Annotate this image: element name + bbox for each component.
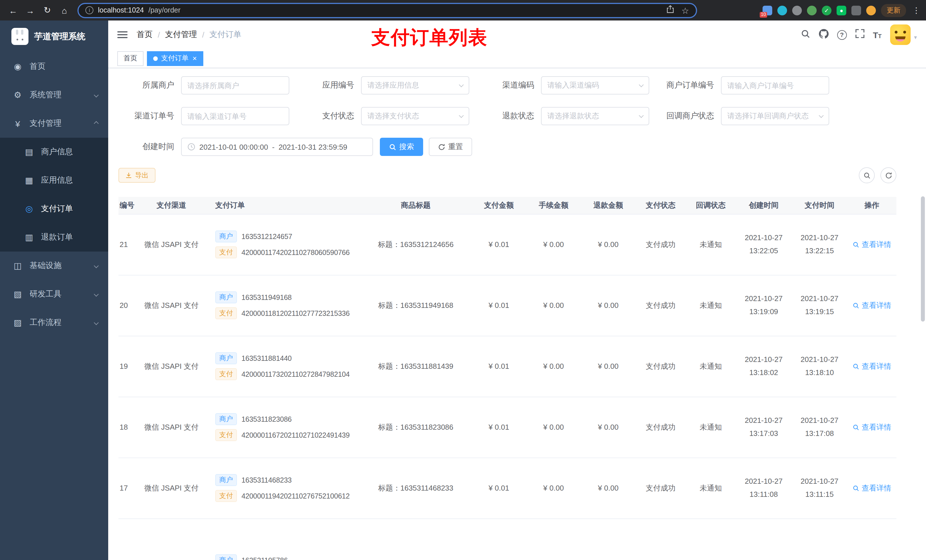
cell-fee: ¥ 0.00 xyxy=(526,214,581,275)
tab-close-icon[interactable]: × xyxy=(192,54,197,62)
forward-button[interactable]: → xyxy=(23,3,38,18)
cell-channel: 微信 JSAPI 支付 xyxy=(138,214,205,275)
sidebar-item-dev-tools[interactable]: ▧ 研发工具 xyxy=(0,280,108,308)
help-icon[interactable]: ? xyxy=(837,30,847,39)
page-scrollbar[interactable] xyxy=(921,196,925,322)
sidebar-item-app-info[interactable]: ▦ 应用信息 xyxy=(0,166,108,195)
cell-id: 20 xyxy=(118,275,138,336)
reset-button[interactable]: 重置 xyxy=(429,138,472,156)
github-icon[interactable] xyxy=(819,29,828,41)
site-info-icon[interactable]: i xyxy=(85,6,94,14)
tools-icon: ▧ xyxy=(11,289,24,299)
channel-order-no-input[interactable] xyxy=(181,107,289,125)
breadcrumb-home[interactable]: 首页 xyxy=(137,30,153,40)
search-icon xyxy=(389,143,396,151)
target-icon: ◎ xyxy=(23,204,35,214)
filter-field-callback-status: 回调商户状态 请选择订单回调商户状态 xyxy=(658,107,829,125)
cell-status: 支付成功 xyxy=(635,397,686,457)
sidebar-item-merchant-info[interactable]: ▤ 商户信息 xyxy=(0,138,108,166)
view-detail-button[interactable]: 查看详情 xyxy=(853,422,891,432)
user-avatar[interactable] xyxy=(890,24,911,45)
search-icon xyxy=(853,241,859,248)
merchant-input[interactable] xyxy=(181,76,289,95)
cell-title: 标题：1635311468233 xyxy=(360,457,472,518)
extension-green-icon[interactable] xyxy=(807,5,817,15)
extension-check-icon[interactable]: ✓ xyxy=(822,5,831,15)
refund-doc-icon: ▥ xyxy=(23,232,35,242)
merchant-order-no-input[interactable] xyxy=(721,76,829,95)
channel-code-select[interactable]: 请输入渠道编码 xyxy=(541,76,649,95)
cell-callback: 未通知 xyxy=(686,397,736,457)
table-row[interactable]: 17 微信 JSAPI 支付 商户 1635311468233 支付 xyxy=(118,457,896,518)
extension-chat-icon[interactable]: ● xyxy=(837,5,846,15)
breadcrumb-pay-manage[interactable]: 支付管理 xyxy=(165,30,197,40)
browser-menu-icon[interactable]: ⋮ xyxy=(912,6,920,15)
reload-button[interactable]: ↻ xyxy=(40,3,54,18)
extension-dark-puzzle-icon[interactable] xyxy=(851,5,861,15)
cell-refund: ¥ 0.00 xyxy=(581,336,635,397)
browser-update-button[interactable]: 更新 xyxy=(881,4,906,17)
cell-paid: 2021-10-2713:11:15 xyxy=(791,457,847,518)
table-row[interactable]: 20 微信 JSAPI 支付 商户 1635311949168 支付 xyxy=(118,275,896,336)
refund-status-select[interactable]: 请选择退款状态 xyxy=(541,107,649,125)
callback-status-select[interactable]: 请选择订单回调商户状态 xyxy=(721,107,829,125)
view-detail-button[interactable]: 查看详情 xyxy=(853,361,891,371)
pay-status-select[interactable]: 请选择支付状态 xyxy=(361,107,469,125)
sidebar-item-pay[interactable]: ¥ 支付管理 xyxy=(0,109,108,138)
extension-gray-icon[interactable] xyxy=(792,5,802,15)
table-row[interactable]: 21 微信 JSAPI 支付 商户 1635312124657 支付 xyxy=(118,214,896,275)
url-bar[interactable]: i localhost:1024 /pay/order ☆ xyxy=(77,3,697,18)
extension-puzzle-icon[interactable]: 10 xyxy=(763,5,772,15)
sidebar-item-refund-order[interactable]: ▥ 退款订单 xyxy=(0,223,108,252)
app-frame: 芋道管理系统 ◉ 首页 ⚙ 系统管理 ¥ 支付管理 xyxy=(0,21,926,560)
filter-field-merchant-order-no: 商户订单编号 xyxy=(658,76,829,95)
table-row[interactable]: 19 微信 JSAPI 支付 商户 1635311881440 支付 xyxy=(118,336,896,397)
logo-image xyxy=(11,28,29,45)
filter-field-channel-order-no: 渠道订单号 xyxy=(118,107,289,125)
tab-pay-order[interactable]: 支付订单 × xyxy=(147,51,203,66)
search-button[interactable]: 搜索 xyxy=(380,138,423,156)
filter-field-channel-code: 渠道编码 请输入渠道编码 xyxy=(478,76,649,95)
search-icon[interactable] xyxy=(800,29,810,41)
cell-id: 19 xyxy=(118,336,138,397)
font-size-icon[interactable]: TT xyxy=(873,30,882,39)
main-area: 支付订单列表 首页 / 支付管理 / 支付订单 ? xyxy=(108,21,926,560)
sidebar-item-system[interactable]: ⚙ 系统管理 xyxy=(0,81,108,109)
extensions-cluster: 10 ✓ ● 更新 ⋮ xyxy=(763,4,920,17)
share-icon[interactable] xyxy=(666,5,674,15)
clock-icon xyxy=(188,143,195,151)
app-no-select[interactable]: 请选择应用信息 xyxy=(361,76,469,95)
cell-status: 支付成功 xyxy=(635,275,686,336)
sidebar-toggle-icon[interactable] xyxy=(117,31,127,38)
view-detail-button[interactable]: 查看详情 xyxy=(853,239,891,249)
page-content: 所属商户 应用编号 请选择应用信息 渠道编码 请输入渠道编码 xyxy=(108,68,926,560)
extension-drop-icon[interactable] xyxy=(777,5,787,15)
extension-face-icon[interactable] xyxy=(866,5,876,15)
sidebar-item-infrastructure[interactable]: ◫ 基础设施 xyxy=(0,252,108,280)
toggle-search-icon[interactable] xyxy=(859,167,875,183)
sidebar-item-pay-order[interactable]: ◎ 支付订单 xyxy=(0,195,108,223)
merchant-tag: 商户 xyxy=(215,231,237,242)
fullscreen-icon[interactable] xyxy=(855,29,864,41)
back-button[interactable]: ← xyxy=(6,3,21,18)
pay-tag: 支付 xyxy=(215,368,237,380)
sidebar-item-home[interactable]: ◉ 首页 xyxy=(0,52,108,81)
tab-home[interactable]: 首页 xyxy=(117,51,144,66)
cell-title: 标题：1635311881439 xyxy=(360,336,472,397)
view-detail-button[interactable]: 查看详情 xyxy=(853,300,891,311)
export-button[interactable]: 导出 xyxy=(118,168,156,183)
cell-fee: ¥ 0.00 xyxy=(526,397,581,457)
cell-status: 支付成功 xyxy=(635,457,686,518)
caret-down-icon[interactable]: ▾ xyxy=(914,34,917,41)
cell-paid: 2021-10-2713:22:15 xyxy=(791,214,847,275)
view-detail-button[interactable]: 查看详情 xyxy=(853,483,891,493)
date-range-picker[interactable]: 2021-10-01 00:00:00 - 2021-10-31 23:59:5… xyxy=(181,138,373,156)
sidebar-item-workflow[interactable]: ▨ 工作流程 xyxy=(0,308,108,337)
bookmark-star-icon[interactable]: ☆ xyxy=(681,6,689,15)
cell-id: 17 xyxy=(118,457,138,518)
merchant-tag: 商户 xyxy=(215,474,237,486)
refresh-table-icon[interactable] xyxy=(881,167,896,183)
home-button[interactable]: ⌂ xyxy=(57,3,72,18)
table-row[interactable]: 18 微信 JSAPI 支付 商户 1635311823086 支付 xyxy=(118,397,896,457)
tab-active-dot xyxy=(153,56,158,60)
